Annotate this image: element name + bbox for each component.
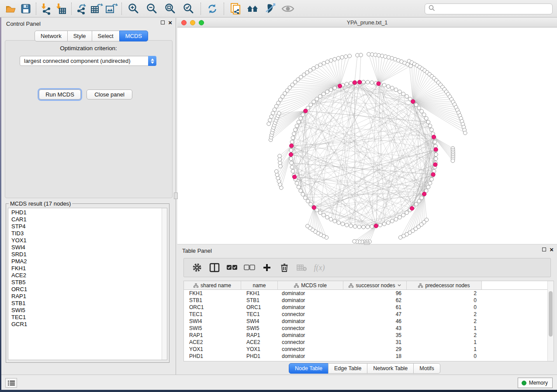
tab-edge-table[interactable]: Edge Table <box>328 363 367 374</box>
ring-node[interactable] <box>362 225 366 229</box>
ring-node[interactable] <box>426 120 430 124</box>
ring-node[interactable] <box>398 90 402 94</box>
mcds-hub-node[interactable] <box>422 192 426 196</box>
ring-node[interactable] <box>417 199 421 203</box>
leaf-node[interactable] <box>278 158 282 162</box>
tab-network[interactable]: Network <box>35 31 68 41</box>
leaf-node[interactable] <box>277 111 281 115</box>
ring-node[interactable] <box>430 128 434 132</box>
mcds-hub-node[interactable] <box>293 175 297 179</box>
ring-node[interactable] <box>370 225 374 229</box>
ring-node[interactable] <box>294 128 298 132</box>
mcds-hub-node[interactable] <box>338 84 342 88</box>
ring-node[interactable] <box>398 215 402 219</box>
ring-node[interactable] <box>289 148 293 152</box>
ring-node[interactable] <box>333 219 337 223</box>
mcds-hub-node[interactable] <box>432 135 436 139</box>
close-panel-button[interactable]: Close panel <box>86 89 132 100</box>
mcds-result-item[interactable]: SWI5 <box>11 307 161 314</box>
ring-node[interactable] <box>422 113 426 117</box>
export-image-icon[interactable] <box>104 2 119 15</box>
ring-node[interactable] <box>434 153 438 157</box>
ring-node[interactable] <box>322 213 325 217</box>
ring-node[interactable] <box>301 193 305 196</box>
table-scrollbar-thumb[interactable] <box>549 291 553 337</box>
leaf-node[interactable] <box>329 58 333 62</box>
ring-node[interactable] <box>417 106 421 110</box>
mcds-hub-node[interactable] <box>411 100 415 103</box>
ring-node[interactable] <box>304 196 308 200</box>
column-header-predecessor-nodes[interactable]: predecessor nodes <box>407 281 482 289</box>
ring-node[interactable] <box>290 161 294 165</box>
leaf-node[interactable] <box>318 63 322 67</box>
mcds-result-item[interactable]: PHD1 <box>11 209 161 216</box>
run-mcds-button[interactable]: Run MCDS <box>39 89 81 100</box>
ring-node[interactable] <box>386 85 390 89</box>
leaf-node[interactable] <box>359 53 363 57</box>
leaf-node[interactable] <box>275 173 279 177</box>
mcds-hub-node[interactable] <box>353 81 356 85</box>
mcds-hub-node[interactable] <box>289 152 293 156</box>
ring-node[interactable] <box>424 117 428 120</box>
ring-node[interactable] <box>325 90 329 94</box>
leaf-node[interactable] <box>273 108 277 112</box>
mcds-hub-node[interactable] <box>431 172 435 176</box>
table-row[interactable]: ACE2ACE2connector311 <box>184 339 554 346</box>
mcds-hub-node[interactable] <box>304 109 308 113</box>
float-panel-icon[interactable] <box>542 248 546 251</box>
ring-node[interactable] <box>297 185 301 189</box>
mcds-hub-node[interactable] <box>358 80 362 84</box>
ring-node[interactable] <box>433 140 437 144</box>
network-canvas[interactable] <box>177 28 557 244</box>
export-table-icon[interactable] <box>89 2 104 15</box>
export-network-icon[interactable] <box>74 2 89 15</box>
ring-node[interactable] <box>312 100 316 104</box>
column-header-name[interactable]: name <box>241 281 278 289</box>
tab-select[interactable]: Select <box>92 31 120 41</box>
mcds-hub-node[interactable] <box>377 82 381 86</box>
ring-node[interactable] <box>345 82 349 86</box>
mcds-result-item[interactable]: SWI4 <box>11 244 161 251</box>
table-row[interactable]: TEC1TEC1connector472 <box>184 311 554 318</box>
leaf-node[interactable] <box>340 55 344 59</box>
ring-node[interactable] <box>295 181 299 185</box>
ring-node[interactable] <box>297 120 301 124</box>
leaf-node[interactable] <box>322 62 326 65</box>
column-header-mcds-role[interactable]: MCDS role <box>278 281 343 289</box>
table-scrollbar[interactable] <box>547 281 554 361</box>
tab-mcds[interactable]: MCDS <box>119 31 148 41</box>
leaf-node[interactable] <box>336 56 340 60</box>
ring-node[interactable] <box>349 224 353 228</box>
close-panel-icon[interactable]: × <box>168 21 172 24</box>
leaf-node[interactable] <box>463 131 467 135</box>
table-row[interactable]: SWI5SWI5connector431 <box>184 325 554 332</box>
hide-graphics-details-icon[interactable] <box>262 2 279 15</box>
ring-node[interactable] <box>394 88 398 92</box>
tab-network-table[interactable]: Network Table <box>367 363 414 374</box>
ring-node[interactable] <box>390 86 394 90</box>
column-header-successor-nodes[interactable]: successor nodes <box>343 281 407 289</box>
table-row[interactable]: FKH1FKH1dominator962 <box>184 290 554 297</box>
ring-node[interactable] <box>290 165 294 169</box>
ring-node[interactable] <box>291 136 295 140</box>
leaf-node[interactable] <box>344 55 348 58</box>
mcds-hub-node[interactable] <box>374 224 378 228</box>
mcds-hub-node[interactable] <box>434 148 438 151</box>
vertical-splitter-grip[interactable] <box>174 193 178 199</box>
ring-node[interactable] <box>426 185 430 189</box>
mcds-result-item[interactable]: ACE2 <box>11 272 161 279</box>
ring-node[interactable] <box>420 196 424 200</box>
float-panel-icon[interactable] <box>161 21 165 24</box>
ring-node[interactable] <box>291 169 295 173</box>
leaf-node[interactable] <box>270 115 273 119</box>
leaf-node[interactable] <box>451 159 455 163</box>
mcds-hub-node[interactable] <box>290 144 294 148</box>
ring-node[interactable] <box>318 95 322 99</box>
table-row[interactable]: PHD1PHD1dominator180 <box>184 353 554 360</box>
select-all-icon[interactable] <box>224 261 240 275</box>
save-session-icon[interactable] <box>18 2 33 15</box>
search-input[interactable] <box>435 6 549 12</box>
ring-node[interactable] <box>322 92 325 96</box>
mcds-result-item[interactable]: CAR1 <box>11 216 161 223</box>
zoom-in-icon[interactable] <box>125 2 143 15</box>
